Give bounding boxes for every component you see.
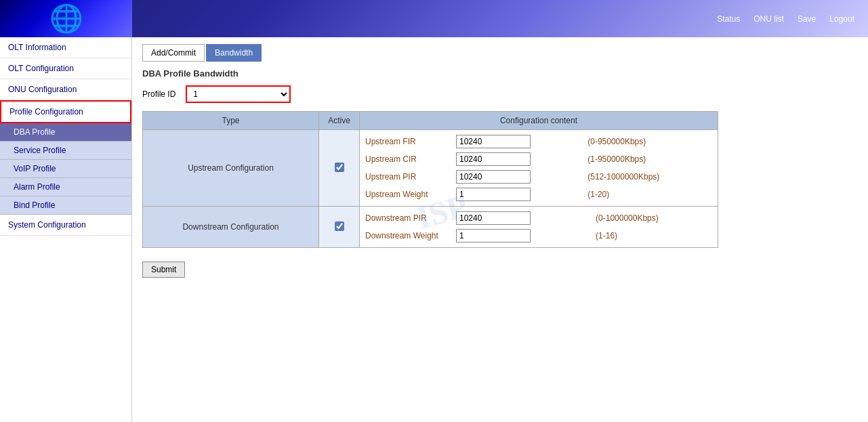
- sidebar: OLT Information OLT Configuration ONU Co…: [0, 37, 132, 422]
- downstream-weight-row: Downstream Weight (1-16): [365, 227, 712, 245]
- sidebar-dba-profile[interactable]: DBA Profile: [0, 123, 131, 142]
- downstream-pir-input-cell: [453, 209, 593, 227]
- sidebar-bind-profile[interactable]: Bind Profile: [0, 196, 131, 215]
- upstream-pir-input[interactable]: [456, 170, 531, 184]
- downstream-type-cell: Downstream Configuration: [143, 207, 319, 248]
- upstream-pir-input-cell: [453, 168, 585, 186]
- upstream-cir-range: (1-950000Kbps): [585, 150, 712, 168]
- tab-add-commit[interactable]: Add/Commit: [142, 44, 205, 62]
- onu-list-link[interactable]: ONU list: [753, 14, 784, 24]
- upstream-weight-label: Upstream Weight: [365, 186, 453, 203]
- downstream-row: Downstream Configuration Downstream PIR …: [143, 207, 718, 248]
- upstream-cir-input[interactable]: [456, 152, 531, 166]
- layout: OLT Information OLT Configuration ONU Co…: [0, 37, 868, 422]
- header: Status ONU list Save Logout: [0, 0, 868, 37]
- header-logo: [0, 0, 132, 37]
- upstream-pir-range: (512-1000000Kbps): [585, 168, 712, 186]
- profile-id-label: Profile ID: [142, 89, 175, 99]
- status-link[interactable]: Status: [717, 14, 740, 24]
- upstream-content-cell: Upstream FIR (0-950000Kbps) Upstream CIR: [360, 130, 718, 207]
- downstream-content-cell: Downstream PIR (0-1000000Kbps) Downstrea…: [360, 207, 718, 248]
- upstream-fields: Upstream FIR (0-950000Kbps) Upstream CIR: [365, 133, 712, 203]
- downstream-active-checkbox[interactable]: [335, 221, 344, 231]
- sidebar-onu-configuration[interactable]: ONU Configuration: [0, 79, 131, 100]
- downstream-weight-range: (1-16): [593, 227, 712, 245]
- downstream-active-cell: [319, 207, 360, 248]
- upstream-pir-label: Upstream PIR: [365, 168, 453, 186]
- upstream-weight-input-cell: [453, 186, 585, 203]
- upstream-weight-row: Upstream Weight (1-20): [365, 186, 712, 203]
- profile-id-row: Profile ID 1: [142, 85, 858, 103]
- downstream-fields: Downstream PIR (0-1000000Kbps) Downstrea…: [365, 209, 712, 245]
- col-type: Type: [143, 112, 319, 130]
- downstream-pir-label: Downstream PIR: [365, 209, 453, 227]
- upstream-weight-input[interactable]: [456, 188, 531, 201]
- col-content: Configuration content: [360, 112, 718, 130]
- upstream-fir-input[interactable]: [456, 135, 531, 148]
- main-content: ISP Add/Commit Bandwidth DBA Profile Ban…: [132, 37, 868, 422]
- page-title: DBA Profile Bandwidth: [142, 68, 858, 79]
- sidebar-alarm-profile[interactable]: Alarm Profile: [0, 178, 131, 196]
- sidebar-voip-profile[interactable]: VoIP Profile: [0, 160, 131, 178]
- sidebar-system-configuration[interactable]: System Configuration: [0, 215, 131, 236]
- upstream-active-checkbox[interactable]: [335, 163, 344, 172]
- upstream-type-cell: Upstream Configuration: [143, 130, 319, 207]
- logout-link[interactable]: Logout: [829, 14, 854, 24]
- downstream-weight-label: Downstream Weight: [365, 227, 453, 245]
- downstream-pir-input[interactable]: [456, 211, 531, 225]
- sidebar-olt-configuration[interactable]: OLT Configuration: [0, 58, 131, 79]
- tab-bandwidth[interactable]: Bandwidth: [206, 44, 262, 62]
- col-active: Active: [319, 112, 360, 130]
- submit-button[interactable]: Submit: [142, 261, 185, 278]
- header-nav: Status ONU list Save Logout: [717, 14, 854, 24]
- upstream-active-cell: [319, 130, 360, 207]
- upstream-cir-input-cell: [453, 150, 585, 168]
- upstream-pir-row: Upstream PIR (512-1000000Kbps): [365, 168, 712, 186]
- downstream-weight-input[interactable]: [456, 229, 531, 242]
- profile-id-select[interactable]: 1: [186, 85, 291, 103]
- upstream-cir-label: Upstream CIR: [365, 150, 453, 168]
- sidebar-olt-information[interactable]: OLT Information: [0, 37, 131, 58]
- downstream-pir-range: (0-1000000Kbps): [593, 209, 712, 227]
- upstream-cir-row: Upstream CIR (1-950000Kbps): [365, 150, 712, 168]
- upstream-fir-input-cell: [453, 133, 585, 150]
- sidebar-profile-configuration[interactable]: Profile Configuration: [0, 100, 131, 123]
- downstream-pir-row: Downstream PIR (0-1000000Kbps): [365, 209, 712, 227]
- upstream-fir-label: Upstream FIR: [365, 133, 453, 150]
- submit-row: Submit: [142, 255, 858, 278]
- save-link[interactable]: Save: [798, 14, 816, 24]
- upstream-fir-range: (0-950000Kbps): [585, 133, 712, 150]
- config-table: Type Active Configuration content Upstre…: [142, 111, 718, 248]
- tab-bar: Add/Commit Bandwidth: [142, 44, 858, 62]
- upstream-weight-range: (1-20): [585, 186, 712, 203]
- upstream-row: Upstream Configuration Upstream FIR (0-9…: [143, 130, 718, 207]
- sidebar-service-profile[interactable]: Service Profile: [0, 142, 131, 160]
- upstream-fir-row: Upstream FIR (0-950000Kbps): [365, 133, 712, 150]
- downstream-weight-input-cell: [453, 227, 593, 245]
